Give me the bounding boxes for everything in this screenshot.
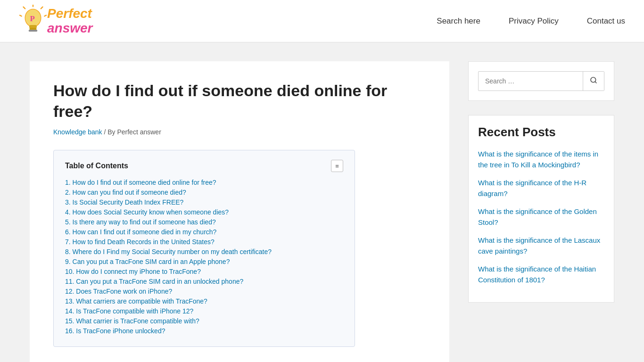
search-form	[478, 71, 604, 91]
toc-item: 9. Can you put a TracFone SIM card in an…	[65, 258, 343, 265]
nav-search-here[interactable]: Search here	[437, 16, 480, 26]
logo-perfect: Perfect	[47, 7, 93, 21]
toc-list: 1. How do I find out if someone died onl…	[65, 179, 343, 335]
toc-item: 11. Can you put a TracFone SIM card in a…	[65, 278, 343, 285]
recent-post-item: What is the significance of the items in…	[478, 149, 604, 170]
sidebar: Recent Posts What is the significance of…	[468, 61, 614, 362]
toc-item: 13. What carriers are compatible with Tr…	[65, 297, 343, 305]
recent-post-link[interactable]: What is the significance of the H-R diag…	[478, 179, 586, 197]
svg-line-4	[20, 15, 22, 16]
logo-icon: P	[19, 5, 47, 38]
toc-item: 8. Where do I Find my Social Security nu…	[65, 248, 343, 255]
search-button[interactable]	[583, 72, 604, 90]
svg-line-3	[44, 15, 46, 16]
article-author: By Perfect answer	[107, 128, 161, 136]
toc-link[interactable]: 15. What carrier is TracFone compatible …	[65, 317, 199, 325]
toc-item: 16. Is TracFone iPhone unlocked?	[65, 327, 343, 335]
toc-item: 3. Is Social Security Death Index FREE?	[65, 198, 343, 206]
main-content: How do I find out if someone died online…	[30, 61, 449, 362]
recent-post-link[interactable]: What is the significance of the items in…	[478, 150, 598, 169]
article-title: How do I find out if someone died online…	[53, 80, 426, 122]
toc-item: 14. Is TracFone compatible with iPhone 1…	[65, 307, 343, 315]
logo-area[interactable]: P Perfect answer	[19, 5, 93, 38]
recent-posts-list: What is the significance of the items in…	[478, 149, 604, 285]
page-wrap: How do I find out if someone died online…	[20, 42, 624, 362]
recent-post-item: What is the significance of the H-R diag…	[478, 178, 604, 199]
recent-post-item: What is the significance of the Lascaux …	[478, 235, 604, 256]
site-header: P Perfect answer Search here Privacy Pol…	[0, 0, 644, 42]
svg-line-1	[41, 7, 43, 8]
toc-link[interactable]: 6. How can I find out if someone died in…	[65, 228, 216, 236]
recent-posts-title: Recent Posts	[478, 125, 604, 140]
recent-post-link[interactable]: What is the significance of the Golden S…	[478, 207, 597, 226]
toc-title: Table of Contents	[65, 162, 128, 170]
nav-contact-us[interactable]: Contact us	[587, 16, 625, 26]
toc-link[interactable]: 3. Is Social Security Death Index FREE?	[65, 198, 183, 206]
toc-link[interactable]: 11. Can you put a TracFone SIM card in a…	[65, 278, 243, 285]
svg-line-11	[595, 82, 596, 83]
toc-item: 10. How do I connect my iPhone to TracFo…	[65, 268, 343, 275]
toc-item: 12. Does TracFone work on iPhone?	[65, 288, 343, 295]
toc-link[interactable]: 10. How do I connect my iPhone to TracFo…	[65, 268, 201, 275]
toc-link[interactable]: 2. How can you find out if someone died?	[65, 189, 186, 196]
svg-line-2	[23, 7, 25, 8]
toc-box: Table of Contents ≡ 1. How do I find out…	[53, 150, 355, 347]
recent-posts-widget: Recent Posts What is the significance of…	[468, 115, 614, 303]
toc-item: 2. How can you find out if someone died?	[65, 189, 343, 196]
recent-post-item: What is the significance of the Haitian …	[478, 264, 604, 285]
search-icon	[590, 76, 597, 84]
article-category-link[interactable]: Knowledge bank	[53, 128, 102, 136]
toc-link[interactable]: 5. Is there any way to find out if someo…	[65, 218, 216, 226]
toc-link[interactable]: 12. Does TracFone work on iPhone?	[65, 288, 172, 295]
toc-header: Table of Contents ≡	[65, 160, 343, 172]
toc-item: 4. How does Social Security know when so…	[65, 208, 343, 216]
search-input[interactable]	[479, 73, 583, 90]
search-widget	[468, 61, 614, 101]
recent-post-link[interactable]: What is the significance of the Lascaux …	[478, 236, 600, 255]
main-nav: Search here Privacy Policy Contact us	[437, 16, 625, 26]
toc-link[interactable]: 9. Can you put a TracFone SIM card in an…	[65, 258, 230, 265]
toc-link[interactable]: 1. How do I find out if someone died onl…	[65, 179, 216, 186]
toc-toggle-button[interactable]: ≡	[331, 160, 343, 172]
toc-item: 7. How to find Death Records in the Unit…	[65, 238, 343, 246]
toc-item: 15. What carrier is TracFone compatible …	[65, 317, 343, 325]
toc-item: 5. Is there any way to find out if someo…	[65, 218, 343, 226]
toc-link[interactable]: 4. How does Social Security know when so…	[65, 208, 229, 216]
toc-link[interactable]: 14. Is TracFone compatible with iPhone 1…	[65, 307, 193, 315]
nav-privacy-policy[interactable]: Privacy Policy	[509, 16, 559, 26]
svg-rect-7	[30, 28, 37, 30]
recent-post-link[interactable]: What is the significance of the Haitian …	[478, 265, 596, 284]
recent-post-item: What is the significance of the Golden S…	[478, 206, 604, 228]
toc-link[interactable]: 7. How to find Death Records in the Unit…	[65, 238, 215, 246]
toc-link[interactable]: 13. What carriers are compatible with Tr…	[65, 297, 207, 305]
logo-text: Perfect answer	[47, 7, 93, 36]
svg-text:P: P	[30, 14, 34, 23]
toc-item: 6. How can I find out if someone died in…	[65, 228, 343, 236]
logo-answer: answer	[47, 21, 93, 36]
svg-rect-8	[29, 30, 38, 32]
toc-link[interactable]: 16. Is TracFone iPhone unlocked?	[65, 327, 165, 335]
svg-rect-6	[30, 25, 37, 28]
toc-item: 1. How do I find out if someone died onl…	[65, 179, 343, 186]
article-meta: Knowledge bank / By Perfect answer	[53, 128, 426, 136]
toc-link[interactable]: 8. Where do I Find my Social Security nu…	[65, 248, 272, 255]
